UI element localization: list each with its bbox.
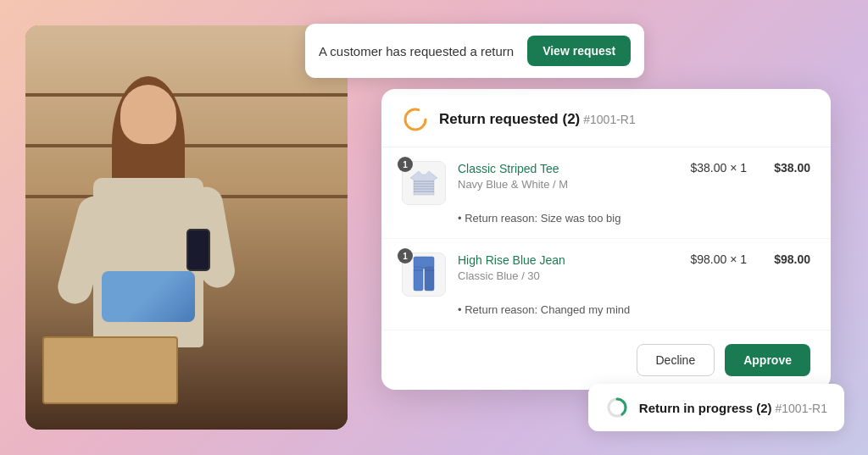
item-row: 1 High Rise Blue Jean Classic Blue / 30 … — [381, 239, 831, 330]
background-photo — [25, 25, 348, 430]
toast-message: A customer has requested a return — [319, 44, 514, 58]
jean-icon — [410, 255, 437, 294]
decline-button[interactable]: Decline — [637, 344, 715, 376]
return-reason: • Return reason: Size was too big — [402, 212, 810, 225]
item-total-price: $98.00 — [764, 252, 810, 266]
return-in-progress-icon — [605, 396, 629, 419]
item-details: High Rise Blue Jean Classic Blue / 30 — [458, 252, 678, 282]
svg-point-0 — [405, 109, 426, 130]
item-name-link[interactable]: High Rise Blue Jean — [458, 253, 565, 267]
card-actions: Decline Approve — [381, 330, 831, 390]
view-request-button[interactable]: View request — [527, 36, 631, 66]
item-details: Classic Striped Tee Navy Blue & White / … — [458, 161, 678, 191]
notification-toast: A customer has requested a return View r… — [305, 24, 644, 78]
item-quantity-badge: 1 — [398, 248, 413, 264]
item-unit-price: $38.00 × 1 — [690, 161, 747, 175]
item-unit-price: $98.00 × 1 — [690, 252, 747, 266]
tee-shirt-icon — [407, 166, 441, 200]
item-row: 1 Classic Striped Tee Navy Blue & White … — [381, 147, 831, 239]
item-pricing: $38.00 × 1 $38.00 — [690, 161, 810, 175]
item-total-price: $38.00 — [764, 161, 810, 175]
item-thumbnail-wrapper: 1 — [402, 161, 446, 205]
item-thumbnail-wrapper: 1 — [402, 252, 446, 297]
return-card: Return requested (2)#1001-R1 1 — [381, 89, 831, 390]
item-quantity-badge: 1 — [398, 157, 413, 172]
progress-badge: Return in progress (2)#1001-R1 — [588, 384, 844, 431]
item-variant: Classic Blue / 30 — [458, 269, 678, 282]
card-header: Return requested (2)#1001-R1 — [381, 89, 831, 147]
card-title: Return requested (2)#1001-R1 — [439, 111, 636, 128]
approve-button[interactable]: Approve — [725, 344, 810, 376]
return-reason: • Return reason: Changed my mind — [402, 303, 810, 316]
item-variant: Navy Blue & White / M — [458, 178, 678, 191]
progress-text: Return in progress (2)#1001-R1 — [639, 401, 827, 415]
item-name-link[interactable]: Classic Striped Tee — [458, 162, 559, 175]
return-requested-icon — [402, 106, 429, 133]
item-pricing: $98.00 × 1 $98.00 — [690, 252, 810, 266]
